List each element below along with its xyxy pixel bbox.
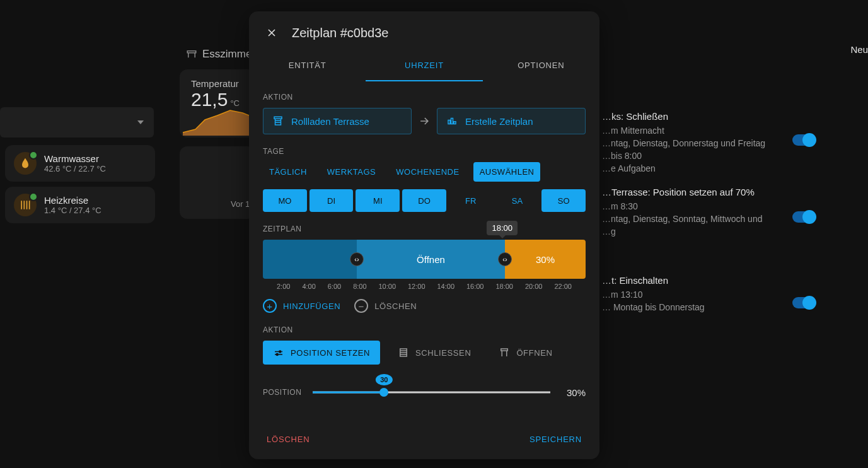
timeline-delete-button[interactable]: − LÖSCHEN [354, 299, 417, 313]
section-label-action2: AKTION [263, 325, 586, 334]
temperature-sparkline [183, 104, 252, 136]
schedule-item[interactable]: …ks: Schließen …m Mitternacht …ntag, Die… [602, 110, 854, 175]
action-chip[interactable]: Erstelle Zeitplan [437, 108, 586, 134]
day-so[interactable]: SO [541, 189, 586, 212]
toggle-switch[interactable] [792, 211, 815, 223]
sensor-values: 1.4 °C / 27.4 °C [44, 206, 101, 215]
delete-button[interactable]: LÖSCHEN [267, 435, 310, 444]
arrow-right-icon [418, 115, 431, 127]
timeline-add-button[interactable]: + HINZUFÜGEN [263, 299, 340, 313]
shutter-icon [272, 115, 284, 127]
water-icon [14, 152, 37, 175]
chevron-down-icon [137, 120, 144, 124]
room-icon [186, 49, 197, 60]
close-icon [265, 26, 278, 39]
dialog-tabs: ENTITÄT UHRZEIT OPTIONEN [249, 50, 599, 81]
save-button[interactable]: SPEICHERN [529, 435, 582, 444]
timeline-ticks: 2:00 4:00 6:00 8:00 10:00 12:00 14:00 16… [263, 283, 586, 290]
sensor-values: 42.6 °C / 22.7 °C [44, 164, 106, 173]
day-do[interactable]: DO [402, 189, 446, 212]
day-sa[interactable]: SA [495, 189, 540, 212]
tab-time[interactable]: UHRZEIT [366, 50, 482, 81]
timeline-segment-open[interactable]: Öffnen [357, 240, 505, 279]
day-di[interactable]: DI [310, 189, 354, 212]
temperature-label: Temperatur [191, 78, 244, 89]
toggle-switch[interactable] [792, 134, 815, 146]
schedule-title: …ks: Schließen [602, 110, 854, 123]
status-badge [29, 151, 38, 160]
section-label-action: AKTION [263, 93, 586, 102]
schedule-dialog: Zeitplan #c0bd3e ENTITÄT UHRZEIT OPTIONE… [249, 11, 599, 459]
sensor-name: Warmwasser [44, 153, 106, 164]
minus-icon: − [354, 299, 368, 313]
svg-rect-1 [274, 117, 282, 119]
svg-point-2 [279, 351, 281, 353]
position-slider[interactable]: 30 [313, 383, 550, 401]
schedule-title: …Terrasse: Position setzen auf 70% [602, 186, 854, 199]
close-button[interactable] [263, 24, 281, 42]
room-name: Esszimmer [202, 48, 255, 61]
action-open-shutter[interactable]: ÖFFNEN [489, 341, 562, 365]
action-close-shutter[interactable]: SCHLIESSEN [388, 341, 481, 365]
tab-entity[interactable]: ENTITÄT [249, 50, 366, 81]
timeline[interactable]: 18:00 Öffnen 30% ‹› ‹› 2:00 4:00 6:00 8:… [263, 240, 586, 313]
toggle-switch[interactable] [792, 297, 815, 308]
svg-rect-0 [187, 51, 196, 53]
timeline-handle[interactable]: ‹› [498, 252, 512, 266]
sliders-icon [273, 347, 284, 358]
slider-value-bubble: 30 [376, 374, 392, 385]
new-label[interactable]: Neu [850, 44, 868, 55]
svg-rect-5 [501, 349, 508, 351]
room-header: Esszimmer [186, 48, 255, 61]
day-fr[interactable]: FR [449, 189, 493, 212]
shutter-closed-icon [398, 347, 409, 358]
radiator-icon [14, 194, 37, 216]
preset-weekend[interactable]: WOCHENENDE [390, 162, 465, 182]
slider-thumb[interactable]: 30 [379, 388, 388, 397]
section-label-timeline: ZEITPLAN [263, 225, 586, 233]
schedule-item[interactable]: …Terrasse: Position setzen auf 70% …m 8:… [602, 186, 854, 238]
entity-chip-label: Rollladen Terrasse [291, 116, 369, 127]
day-mi[interactable]: MI [356, 189, 400, 212]
entity-chip[interactable]: Rollladen Terrasse [263, 108, 412, 134]
sensor-name: Heizkreise [44, 195, 101, 206]
tab-options[interactable]: OPTIONEN [483, 50, 599, 81]
schedule-item[interactable]: …t: Einschalten …m 13:10 … Montag bis Do… [602, 274, 854, 313]
preset-daily[interactable]: TÄGLICH [263, 162, 313, 182]
sensor-card-heizkreise[interactable]: Heizkreise 1.4 °C / 27.4 °C [5, 187, 155, 223]
day-mo[interactable]: MO [263, 189, 307, 212]
slider-label: POSITION [263, 388, 301, 397]
action-chip-label: Erstelle Zeitplan [465, 116, 533, 127]
section-label-days: TAGE [263, 147, 586, 156]
shutter-open-icon [499, 347, 510, 358]
dropdown-select[interactable] [0, 107, 154, 137]
timeline-tooltip: 18:00 [487, 221, 518, 235]
plus-icon: + [263, 299, 277, 313]
sensor-card-warmwasser[interactable]: Warmwasser 42.6 °C / 22.7 °C [5, 145, 155, 182]
svg-point-3 [276, 354, 278, 356]
schedule-icon [446, 115, 458, 127]
schedule-title: …t: Einschalten [602, 274, 854, 287]
slider-percent: 30% [562, 387, 586, 398]
timeline-handle[interactable]: ‹› [350, 252, 364, 266]
preset-select[interactable]: AUSWÄHLEN [473, 162, 541, 182]
preset-workdays[interactable]: WERKTAGS [321, 162, 382, 182]
dialog-title: Zeitplan #c0bd3e [292, 26, 388, 40]
timeline-segment-idle[interactable] [263, 240, 357, 279]
status-badge [29, 192, 38, 201]
action-set-position[interactable]: POSITION SETZEN [263, 341, 380, 365]
timeline-segment-percent[interactable]: 30% [505, 240, 586, 279]
